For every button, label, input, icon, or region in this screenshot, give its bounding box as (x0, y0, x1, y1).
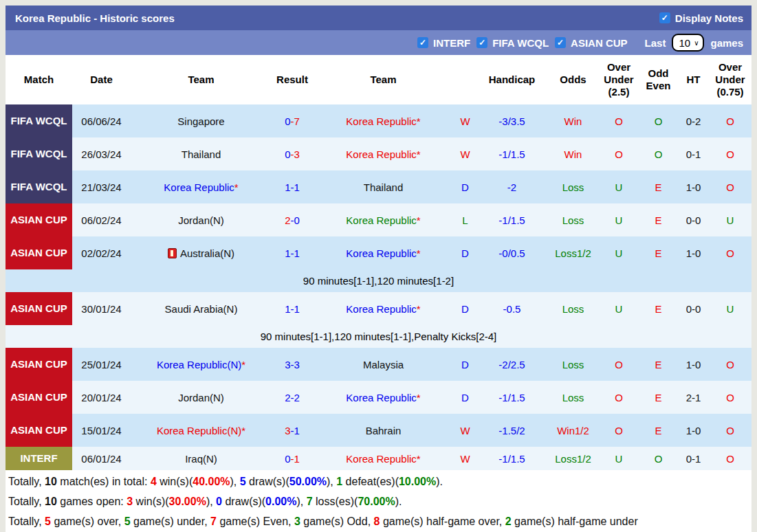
table-row: FIFA WCQL 26/03/24 Thailand 0-3 Korea Re… (6, 137, 751, 170)
wdl-indicator: W (454, 137, 476, 170)
check-icon: ✓ (661, 14, 668, 22)
over-under-075-value: U (709, 292, 751, 325)
competition-badge: FIFA WCQL (6, 137, 72, 170)
wdl-indicator: D (454, 236, 476, 269)
halftime-score: 1-0 (678, 348, 709, 381)
match-date: 26/03/24 (72, 137, 131, 170)
summary-line: Totally, 10 games open: 3 win(s)(30.00%)… (7, 491, 751, 511)
away-team: Thailand (313, 170, 454, 203)
page-title: Korea Republic - Historic scores (15, 12, 175, 24)
home-team: Iraq(N) (131, 447, 272, 470)
match-result: 3-3 (272, 348, 313, 381)
asian-cup-label: ASIAN CUP (571, 37, 628, 49)
odd-even-value: O (639, 104, 678, 137)
odds-result: Loss1/2 (547, 236, 599, 269)
col-odd-even: Odd Even (639, 55, 678, 104)
halftime-score: 1-0 (678, 414, 709, 447)
match-date: 21/03/24 (72, 170, 131, 203)
wdl-indicator: L (454, 203, 476, 236)
col-odds: Odds (547, 55, 599, 104)
match-result: 0-1 (272, 447, 313, 470)
match-date: 20/01/24 (72, 381, 131, 414)
over-under-25-value: O (599, 381, 639, 414)
summary-line: Totally, 5 game(s) over, 5 game(s) under… (7, 511, 751, 531)
display-notes-label: Display Notes (675, 12, 743, 24)
check-icon: ✓ (557, 38, 564, 47)
competition-badge: ASIAN CUP (6, 381, 72, 414)
wdl-indicator: W (454, 414, 476, 447)
match-date: 15/01/24 (72, 414, 131, 447)
away-team: Korea Republic* (313, 236, 454, 269)
filter-bar: ✓ INTERF ✓ FIFA WCQL ✓ ASIAN CUP Last 10… (6, 30, 751, 55)
match-date: 06/02/24 (72, 203, 131, 236)
over-under-075-value: O (709, 447, 751, 470)
col-over-under-075: Over Under (0.75) (709, 55, 751, 104)
wdl-indicator: D (454, 381, 476, 414)
halftime-score: 2-1 (678, 381, 709, 414)
home-team: Australia(N) (131, 236, 272, 269)
competition-badge: ASIAN CUP (6, 292, 72, 325)
page: Korea Republic - Historic scores ✓ Displ… (0, 0, 757, 532)
last-games-select[interactable]: 10 ∨ (672, 34, 704, 52)
interf-checkbox[interactable]: ✓ (417, 37, 428, 48)
handicap-value: -2 (476, 170, 547, 203)
odds-result: Loss (547, 292, 599, 325)
over-under-25-value: O (599, 348, 639, 381)
interf-label: INTERF (433, 37, 470, 49)
home-team: Jordan(N) (131, 203, 272, 236)
table-row: FIFA WCQL 06/06/24 Singapore 0-7 Korea R… (6, 104, 751, 137)
display-notes-checkbox[interactable]: ✓ (659, 12, 670, 23)
match-date: 06/01/24 (72, 447, 131, 470)
home-team: Korea Republic(N)* (131, 414, 272, 447)
match-result: 0-7 (272, 104, 313, 137)
table-row: INTERF 06/01/24 Iraq(N) 0-1 Korea Republ… (6, 447, 751, 470)
col-wdl (454, 55, 476, 104)
col-match: Match (6, 55, 72, 104)
match-date: 25/01/24 (72, 348, 131, 381)
over-under-075-value: O (709, 381, 751, 414)
odd-even-value: E (639, 170, 678, 203)
handicap-value: -2/2.5 (476, 348, 547, 381)
over-under-25-value: O (599, 104, 639, 137)
competition-badge: INTERF (6, 447, 72, 470)
col-ht: HT (678, 55, 709, 104)
display-notes-toggle[interactable]: ✓ Display Notes (659, 12, 743, 24)
over-under-25-value: U (599, 292, 639, 325)
table-header: Match Date Team Result Team Handicap Odd… (6, 55, 751, 104)
competition-badge: ASIAN CUP (6, 236, 72, 269)
match-result: 0-3 (272, 137, 313, 170)
summary-footer: Totally, 10 match(es) in total: 4 win(s)… (6, 470, 751, 532)
filter-asian-cup[interactable]: ✓ ASIAN CUP (555, 37, 628, 49)
over-under-25-value: U (599, 236, 639, 269)
games-label: games (710, 37, 743, 49)
fifa-wcql-checkbox[interactable]: ✓ (476, 37, 487, 48)
match-date: 30/01/24 (72, 292, 131, 325)
col-handicap: Handicap (476, 55, 547, 104)
over-under-075-value: O (709, 104, 751, 137)
match-result: 2-2 (272, 381, 313, 414)
table-row: ASIAN CUP 25/01/24 Korea Republic(N)* 3-… (6, 348, 751, 381)
chevron-down-icon: ∨ (694, 39, 699, 47)
over-under-075-value: O (709, 137, 751, 170)
over-under-25-value: U (599, 447, 639, 470)
filter-fifa-wcql[interactable]: ✓ FIFA WCQL (476, 37, 549, 49)
odd-even-value: E (639, 236, 678, 269)
asian-cup-checkbox[interactable]: ✓ (555, 37, 566, 48)
home-team: Thailand (131, 137, 272, 170)
over-under-075-value: O (709, 236, 751, 269)
away-team: Korea Republic* (313, 447, 454, 470)
col-over-under-25: Over Under (2.5) (599, 55, 639, 104)
odds-result: Loss (547, 203, 599, 236)
handicap-value: -3/3.5 (476, 104, 547, 137)
table-row: ASIAN CUP 15/01/24 Korea Republic(N)* 3-… (6, 414, 751, 447)
filter-interf[interactable]: ✓ INTERF (417, 37, 470, 49)
away-team: Korea Republic* (313, 292, 454, 325)
wdl-indicator: W (454, 447, 476, 470)
over-under-25-value: O (599, 414, 639, 447)
away-team: Korea Republic* (313, 104, 454, 137)
odd-even-value: E (639, 414, 678, 447)
match-result: 1-1 (272, 292, 313, 325)
over-under-25-value: U (599, 170, 639, 203)
check-icon: ✓ (419, 38, 426, 47)
odds-result: Win (547, 104, 599, 137)
